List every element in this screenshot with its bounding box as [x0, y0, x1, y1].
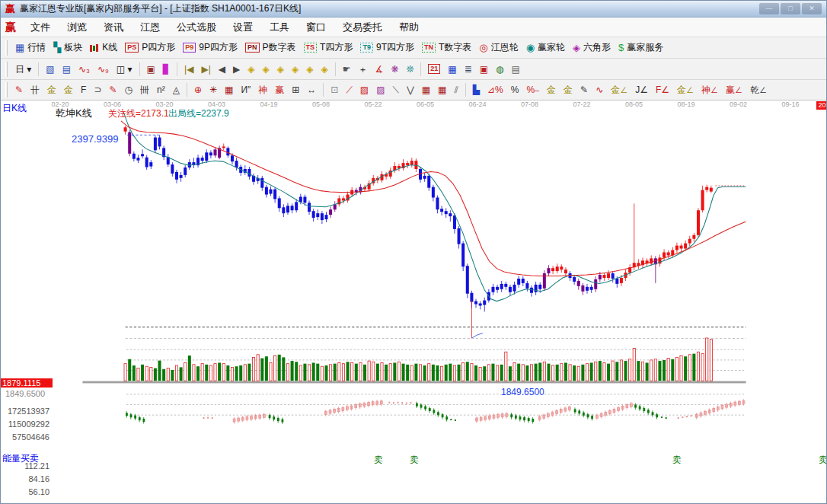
draw-arc[interactable]: ⊃: [90, 83, 105, 97]
toolbar-button-winner-service[interactable]: $赢家服务: [615, 40, 667, 56]
tool-go-last[interactable]: ▶|: [197, 62, 214, 76]
draw-ruler[interactable]: 卄: [27, 83, 43, 97]
tool-web[interactable]: ◍: [492, 62, 507, 76]
draw-measure[interactable]: ↔: [303, 83, 320, 97]
menu-公式选股[interactable]: 公式选股: [168, 19, 225, 35]
draw-grid-ruler[interactable]: 卌: [136, 83, 153, 97]
draw-number-grid[interactable]: ⊞: [288, 83, 303, 97]
draw-gann-target[interactable]: ⊕: [190, 83, 206, 97]
tool-pan-hand[interactable]: ☛: [339, 62, 355, 76]
draw-gold-gate-1[interactable]: 金: [43, 83, 60, 97]
toolbar-button-winner-wheel[interactable]: ◉赢家轮: [522, 40, 569, 56]
draw-red-grid[interactable]: ▦: [418, 83, 434, 97]
menu-浏览[interactable]: 浏览: [59, 19, 95, 35]
draw-star-target[interactable]: ✳: [206, 83, 221, 97]
toolbar-button-kline[interactable]: K线: [86, 40, 121, 56]
draw-wave-mark[interactable]: И″: [237, 83, 254, 97]
tool-chart-window[interactable]: ▧: [42, 62, 58, 76]
draw-compass[interactable]: ◬: [169, 83, 184, 97]
toolbar-button-t-number-table[interactable]: TNT数字表: [418, 40, 475, 56]
draw-gann-box[interactable]: ▨: [356, 83, 372, 97]
tool-fractal-tool[interactable]: ❊: [402, 62, 417, 76]
toolbar-button-gann-wheel[interactable]: ◎江恩轮: [475, 40, 522, 56]
tool-expand-diamond[interactable]: ◈: [273, 62, 288, 76]
menu-江恩[interactable]: 江恩: [132, 19, 168, 35]
tool-gann-flower[interactable]: ❋: [387, 62, 402, 76]
draw-pencil-3[interactable]: ✎: [576, 83, 592, 97]
draw-shen-tool[interactable]: 神: [254, 83, 271, 97]
tool-step-back[interactable]: ◀: [215, 62, 229, 76]
draw-time-circle[interactable]: ◷: [121, 83, 136, 97]
tool-pan-left-diamond[interactable]: ◈: [244, 62, 258, 76]
draw-f-angle[interactable]: F∠: [652, 83, 673, 97]
tool-go-first[interactable]: |◀: [180, 62, 197, 76]
menu-文件[interactable]: 文件: [22, 19, 59, 35]
toolbar-button-quotes[interactable]: ▦行情: [11, 40, 49, 56]
close-button[interactable]: ✕: [802, 3, 822, 14]
menu-帮助[interactable]: 帮助: [391, 19, 427, 35]
toolbar-button-9t-square[interactable]: T99T四方形: [356, 40, 418, 56]
draw-percent-retrace[interactable]: ⊿%: [484, 83, 507, 97]
draw-parallel-lines[interactable]: ⫽: [450, 83, 461, 97]
draw-ying-angle[interactable]: 赢∠: [722, 83, 746, 97]
minimize-button[interactable]: —: [759, 3, 779, 14]
tool-save[interactable]: ▣: [476, 62, 492, 76]
tool-zoom-out-diamond[interactable]: ◈: [317, 62, 331, 76]
title-bar[interactable]: 赢 赢家江恩专业版[赢家内部服务平台] - [上证指数 SH1A0001-167…: [1, 1, 826, 18]
draw-histogram-tool[interactable]: ▙: [469, 83, 484, 97]
draw-down-fan[interactable]: ⟍: [388, 83, 402, 97]
draw-window-tool[interactable]: ⊡: [327, 83, 342, 97]
draw-shen-angle[interactable]: 神∠: [698, 83, 722, 97]
tool-print[interactable]: ▤: [508, 62, 524, 76]
draw-wave-tool[interactable]: ∿: [592, 83, 607, 97]
tool-compress-diamond[interactable]: ◈: [288, 62, 302, 76]
draw-gold-angle[interactable]: 金∠: [607, 83, 631, 97]
draw-pencil[interactable]: ✎: [11, 83, 27, 97]
tool-step-forward[interactable]: ▶: [229, 62, 244, 76]
tool-notes[interactable]: ≣: [461, 62, 476, 76]
tool-candle-style[interactable]: ◫ ▾: [113, 62, 136, 76]
tool-calendar[interactable]: 21: [424, 62, 444, 75]
draw-ying-tool[interactable]: 赢: [271, 83, 288, 97]
tool-calculator[interactable]: ▦: [444, 62, 460, 76]
draw-j-angle[interactable]: J∠: [631, 83, 652, 97]
menu-窗口[interactable]: 窗口: [298, 19, 334, 35]
menu-设置[interactable]: 设置: [225, 19, 261, 35]
draw-gann-box-2[interactable]: ▨: [372, 83, 388, 97]
toolbar-grip[interactable]: [5, 40, 8, 56]
tool-pan-right-diamond[interactable]: ◈: [259, 62, 273, 76]
toolbar-button-t-square[interactable]: TST四方形: [300, 40, 357, 56]
draw-square-of-nine[interactable]: n²: [153, 83, 169, 97]
toolbar-button-9p-square[interactable]: P99P四方形: [179, 40, 241, 56]
toolbar-button-p-number-table[interactable]: PNP数字表: [241, 40, 300, 56]
draw-pencil-2[interactable]: ✎: [105, 83, 120, 97]
toolbar-grip[interactable]: [5, 82, 8, 97]
tool-period-selector[interactable]: 日 ▾: [11, 62, 35, 76]
draw-grid-target[interactable]: ▦: [221, 83, 237, 97]
toolbar-button-p-square[interactable]: PSP四方形: [121, 40, 179, 56]
draw-gold-line[interactable]: 金: [560, 83, 576, 97]
draw-qian-angle[interactable]: 乾∠: [746, 83, 771, 97]
tool-crosshair[interactable]: ＋: [354, 62, 371, 76]
tool-color-histogram[interactable]: ▊: [159, 62, 174, 76]
draw-fibonacci[interactable]: F: [77, 83, 90, 97]
tool-pattern-box[interactable]: ▣: [143, 62, 159, 76]
draw-red-grid-2[interactable]: ▦: [434, 83, 450, 97]
draw-percent[interactable]: %: [507, 83, 523, 97]
pane-label-daily-kline[interactable]: 日K线: [2, 102, 27, 115]
draw-gold-angle-2[interactable]: 金∠: [673, 83, 698, 97]
tool-zoom-in-diamond[interactable]: ◈: [302, 62, 317, 76]
tool-wave-3[interactable]: ∿₃: [75, 62, 94, 76]
draw-gold-circle[interactable]: 金: [543, 83, 560, 97]
menu-工具[interactable]: 工具: [261, 19, 298, 35]
menu-资讯[interactable]: 资讯: [95, 19, 132, 35]
maximize-button[interactable]: □: [781, 3, 800, 14]
chart-region[interactable]: 日K线 02-2003-0603-2004-0304-1905-0805-220…: [1, 100, 827, 504]
toolbar-button-sectors[interactable]: ▚板块: [49, 40, 86, 56]
toolbar-grip[interactable]: [5, 62, 8, 77]
tool-wave-9[interactable]: ∿₉: [94, 62, 113, 76]
draw-gold-gate-2[interactable]: 金: [60, 83, 77, 97]
toolbar-button-hexagon[interactable]: ◈六角形: [569, 40, 615, 56]
draw-percent-line[interactable]: %⎯: [522, 83, 543, 97]
draw-fan-lines[interactable]: ⟋: [342, 83, 356, 97]
